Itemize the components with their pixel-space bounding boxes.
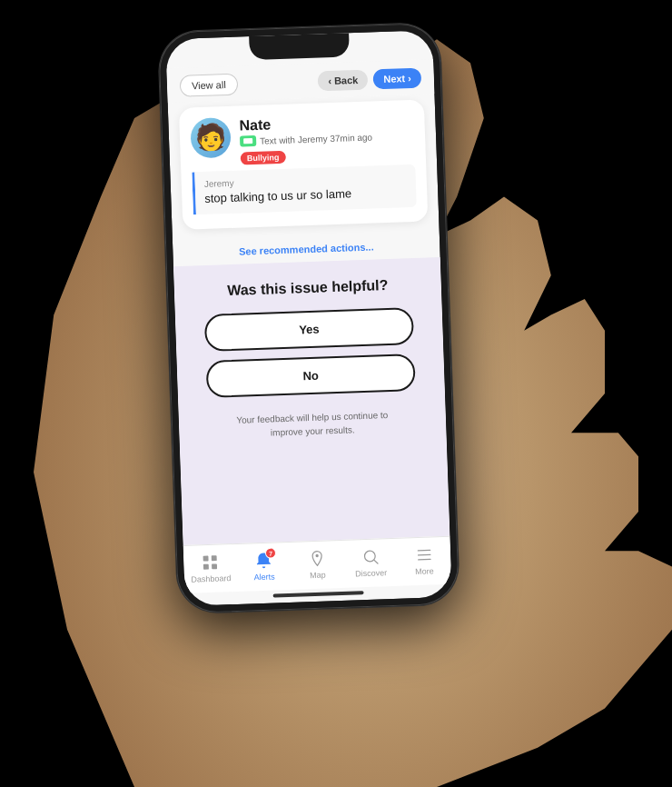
alert-meta-text: Text with Jeremy 37min ago — [260, 132, 372, 145]
dashboard-icon — [200, 553, 221, 573]
alerts-label: Alerts — [253, 572, 274, 582]
alerts-badge: 7 — [265, 547, 276, 558]
more-label: More — [415, 566, 434, 576]
phone-screen: View all ‹ Back Next › 🧑 — [165, 30, 452, 606]
feedback-note: Your feedback will help us continue to i… — [222, 408, 404, 442]
alert-header: 🧑 Nate Text with Jeremy 37min ago — [190, 111, 415, 167]
bullying-badge: Bullying — [241, 151, 286, 165]
alert-info: Nate Text with Jeremy 37min ago Bullying — [239, 111, 415, 165]
svg-rect-0 — [203, 556, 209, 562]
no-button[interactable]: No — [206, 354, 416, 398]
alerts-icon: 7 — [253, 551, 274, 572]
view-all-button[interactable]: View all — [180, 74, 239, 97]
message-preview: Jeremy stop talking to us ur so lame — [192, 164, 416, 215]
map-label: Map — [310, 571, 326, 581]
more-icon — [413, 544, 434, 565]
avatar: 🧑 — [190, 117, 232, 159]
top-nav: View all ‹ Back Next › — [166, 59, 434, 103]
bottom-nav: Dashboard 7 Alerts — [183, 536, 452, 593]
phone-outer: View all ‹ Back Next › 🧑 — [158, 23, 460, 613]
back-button[interactable]: ‹ Back — [318, 70, 369, 92]
sidebar-item-alerts[interactable]: 7 Alerts — [242, 550, 286, 583]
discover-icon — [361, 546, 381, 567]
alert-card: 🧑 Nate Text with Jeremy 37min ago — [179, 99, 429, 230]
svg-rect-3 — [212, 563, 217, 569]
nav-buttons: ‹ Back Next › — [318, 68, 421, 92]
recommended-actions-link[interactable]: See recommended actions... — [239, 242, 374, 257]
sidebar-item-discover[interactable]: Discover — [349, 546, 393, 579]
phone-wrapper: View all ‹ Back Next › 🧑 — [158, 23, 460, 613]
yes-button[interactable]: Yes — [204, 307, 414, 352]
notch — [249, 33, 350, 60]
sidebar-item-more[interactable]: More — [401, 544, 446, 577]
sidebar-item-dashboard[interactable]: Dashboard — [188, 552, 232, 584]
map-icon — [307, 548, 328, 569]
dashboard-label: Dashboard — [191, 573, 231, 584]
svg-point-4 — [315, 554, 318, 557]
svg-rect-1 — [212, 555, 217, 561]
screen-content: View all ‹ Back Next › 🧑 — [165, 30, 452, 606]
feedback-section: Was this issue helpful? Yes No Your feed… — [173, 257, 450, 545]
sidebar-item-map[interactable]: Map — [295, 548, 340, 581]
sms-icon — [240, 135, 256, 147]
svg-rect-2 — [203, 564, 209, 570]
home-indicator — [273, 591, 364, 597]
scene: View all ‹ Back Next › 🧑 — [0, 0, 672, 787]
feedback-title: Was this issue helpful? — [227, 277, 389, 299]
discover-label: Discover — [355, 568, 387, 578]
next-button[interactable]: Next › — [373, 68, 421, 90]
